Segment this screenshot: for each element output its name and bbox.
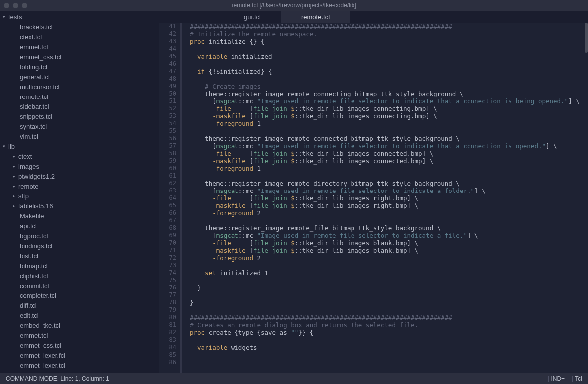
tree-file[interactable]: syntax.tcl xyxy=(0,121,159,131)
tree-file[interactable]: emmet_lexer.tcl xyxy=(0,360,159,370)
line-numbers: 41 42 43 44 45 46 47 48 49 50 51 52 53 5… xyxy=(159,23,182,373)
chevron-right-icon: ▸ xyxy=(13,184,18,189)
tree-file[interactable]: multicursor.tcl xyxy=(0,82,159,92)
tree-file[interactable]: emmet_css.tcl xyxy=(0,340,159,350)
tree-file[interactable]: bist.tcl xyxy=(0,251,159,261)
statusbar: COMMAND MODE, Line: 1, Column: 1 IND+ Tc… xyxy=(0,373,588,384)
tree-file[interactable]: Makefile xyxy=(0,211,159,221)
tree-folder-remote[interactable]: ▸remote xyxy=(0,181,159,191)
titlebar: remote.tcl [/Users/trevorw/projects/tke-… xyxy=(0,0,588,11)
tree-file[interactable]: general.tcl xyxy=(0,72,159,82)
tree-file[interactable]: cliphist.tcl xyxy=(0,271,159,281)
tree-file[interactable]: brackets.tcl xyxy=(0,22,159,32)
tree-file[interactable]: remote.tcl xyxy=(0,92,159,101)
scrollbar-thumb[interactable] xyxy=(585,23,588,53)
tree-file[interactable]: sidebar.tcl xyxy=(0,101,159,111)
tree-file[interactable]: emmet_css.tcl xyxy=(0,52,159,62)
tree-file[interactable]: emmet_lexer.fcl xyxy=(0,350,159,360)
tree-folder-tablelist5.16[interactable]: ▸tablelist5.16 xyxy=(0,201,159,211)
zoom-icon[interactable] xyxy=(22,3,27,8)
tree-file[interactable]: diff.tcl xyxy=(0,300,159,310)
tree-folder-ctext[interactable]: ▸ctext xyxy=(0,151,159,161)
chevron-right-icon: ▸ xyxy=(13,154,18,159)
chevron-right-icon: ▸ xyxy=(13,203,18,208)
tree-folder-lib[interactable]: ▾lib xyxy=(0,141,159,151)
window-controls xyxy=(0,3,27,8)
code-content[interactable]: ########################################… xyxy=(182,23,588,373)
tree-file[interactable]: ctext.tcl xyxy=(0,32,159,42)
status-left: COMMAND MODE, Line: 1, Column: 1 xyxy=(6,375,109,382)
tree-file[interactable]: edit.tcl xyxy=(0,310,159,320)
chevron-right-icon: ▸ xyxy=(13,164,18,169)
chevron-down-icon: ▾ xyxy=(3,144,8,149)
minimize-icon[interactable] xyxy=(13,3,18,8)
status-right: IND+ Tcl xyxy=(548,375,582,382)
tree-file[interactable]: embed_tke.tcl xyxy=(0,320,159,330)
chevron-right-icon: ▸ xyxy=(13,174,18,179)
tree-file[interactable]: snippets.tcl xyxy=(0,111,159,121)
tree-folder-ptwidgets1.2[interactable]: ▸ptwidgets1.2 xyxy=(0,171,159,181)
tree-file[interactable]: folding.tcl xyxy=(0,62,159,72)
tab-gui-tcl[interactable]: gui.tcl xyxy=(224,11,281,23)
tree-file[interactable]: vim.tcl xyxy=(0,131,159,141)
tree-file[interactable]: bitmap.tcl xyxy=(0,261,159,271)
tree-folder-images[interactable]: ▸images xyxy=(0,161,159,171)
close-icon[interactable] xyxy=(4,3,9,8)
tree-folder-tests[interactable]: ▾tests xyxy=(0,12,159,22)
scrollbar[interactable] xyxy=(584,23,588,373)
status-indent[interactable]: IND+ xyxy=(548,375,565,382)
tree-folder-sftp[interactable]: ▸sftp xyxy=(0,191,159,201)
tree-file[interactable]: api.tcl xyxy=(0,221,159,231)
tree-file[interactable]: bgproc.tcl xyxy=(0,231,159,241)
sidebar[interactable]: ▾testsbrackets.tclctext.tclemmet.tclemme… xyxy=(0,11,159,373)
chevron-down-icon: ▾ xyxy=(3,14,8,19)
chevron-right-icon: ▸ xyxy=(13,193,18,198)
window-title: remote.tcl [/Users/trevorw/projects/tke-… xyxy=(232,2,356,9)
editor-area: gui.tclremote.tcl 41 42 43 44 45 46 47 4… xyxy=(159,11,588,373)
tree-file[interactable]: commit.tcl xyxy=(0,281,159,290)
tree-file[interactable]: emmet.tcl xyxy=(0,42,159,52)
tab-remote-tcl[interactable]: remote.tcl xyxy=(281,11,350,23)
tree-file[interactable]: bindings.tcl xyxy=(0,241,159,251)
tree-file[interactable]: emmet.tcl xyxy=(0,330,159,340)
tree-file[interactable]: completer.tcl xyxy=(0,290,159,300)
status-language[interactable]: Tcl xyxy=(572,375,582,382)
tab-bar: gui.tclremote.tcl xyxy=(159,11,588,23)
